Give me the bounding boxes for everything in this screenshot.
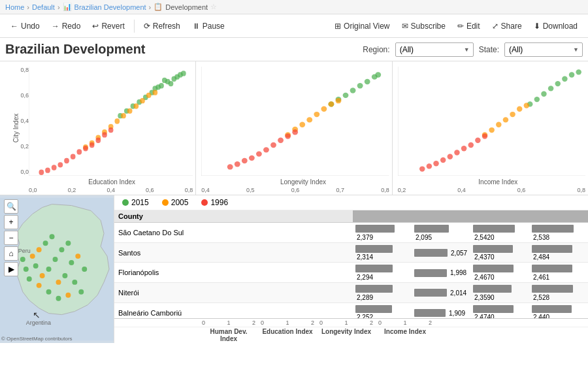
svg-point-52	[307, 117, 313, 122]
legend-label-2015: 2015	[131, 198, 149, 207]
svg-point-58	[278, 138, 284, 143]
region-label: Region:	[363, 45, 389, 54]
svg-point-115	[65, 293, 71, 298]
table-scroll[interactable]: County São Caetano Do Sul 2,379	[114, 210, 588, 318]
bar-cell: 2,3590	[470, 283, 529, 303]
edit-button[interactable]: ✏ Edit	[452, 19, 485, 33]
bar-cell: 2,252	[353, 302, 412, 318]
svg-point-50	[321, 106, 327, 112]
svg-point-116	[56, 296, 61, 301]
legend-dot-2005	[162, 199, 169, 206]
revert-button[interactable]: ↩ Revert	[87, 19, 129, 33]
map-section[interactable]: 🔍 + − ⌂ ▶	[0, 195, 114, 343]
bar-cell: 2,379	[353, 223, 412, 243]
svg-point-34	[39, 170, 44, 175]
x-axis-label-education: Education Index	[88, 178, 135, 186]
svg-point-80	[502, 117, 508, 122]
bar-cell: 1,998	[412, 263, 470, 283]
svg-point-98	[59, 247, 64, 252]
breadcrumb-home[interactable]: Home	[5, 3, 24, 11]
svg-point-92	[426, 163, 432, 169]
state-select[interactable]: (All)	[504, 42, 583, 57]
table-row: Balneário Camboriú 2,252 1,909 2,4740 2,…	[114, 302, 588, 318]
breadcrumb-default[interactable]: Default	[32, 3, 55, 11]
svg-point-53	[300, 122, 306, 127]
svg-point-51	[314, 112, 320, 117]
svg-point-61	[256, 151, 262, 156]
svg-point-59	[270, 142, 276, 148]
undo-button[interactable]: ← Undo	[5, 19, 45, 33]
svg-point-18	[127, 108, 133, 114]
map-home-button[interactable]: ⌂	[4, 246, 18, 261]
svg-point-93	[419, 166, 425, 171]
share-button[interactable]: ⤢ Share	[487, 19, 527, 33]
svg-point-102	[69, 260, 74, 265]
breadcrumb-icon-table: 📋	[154, 3, 163, 11]
svg-point-112	[82, 267, 87, 272]
svg-point-78	[517, 106, 523, 112]
breadcrumb-brazilian[interactable]: Brazilian Development	[74, 3, 146, 11]
svg-point-17	[133, 103, 139, 108]
scatter-plots-row: 0,80,60,40,20,0 City Index	[0, 61, 588, 195]
svg-point-39	[108, 127, 114, 133]
svg-point-28	[76, 149, 82, 154]
breadcrumb-icon-chart: 📊	[63, 3, 72, 11]
toolbar: ← Undo → Redo ↩ Revert ⟳ Refresh ⏸ Pause…	[0, 14, 588, 38]
subscribe-button[interactable]: ✉ Subscribe	[397, 19, 451, 33]
table-container: County São Caetano Do Sul 2,379	[114, 210, 588, 318]
svg-point-73	[548, 86, 554, 91]
map-search-button[interactable]: 🔍	[4, 199, 18, 214]
download-icon: ⬇	[534, 22, 540, 31]
col2-label: Education Index	[258, 327, 317, 343]
county-cell: Florianópolis	[114, 263, 353, 283]
svg-point-32	[52, 165, 57, 170]
scatter-chart-longevity[interactable]: 0,40,50,60,70,8 Longevity Index	[196, 61, 392, 195]
svg-point-45	[350, 88, 356, 93]
scatter-chart-education[interactable]: 0,80,60,40,20,0 City Index	[0, 61, 196, 195]
svg-point-119	[27, 276, 32, 282]
col1-label: Human Dev. Index	[199, 327, 258, 343]
pause-icon: ⏸	[192, 22, 200, 31]
bar-cell: 2,5420	[470, 223, 529, 243]
county-cell: Niterói	[114, 283, 353, 303]
separator	[134, 20, 135, 33]
svg-point-16	[140, 98, 145, 103]
bar-cell: 2,057	[412, 242, 470, 263]
svg-point-30	[64, 158, 69, 163]
original-view-button[interactable]: ⊞ Original View	[329, 19, 395, 33]
axis-labels-row: Human Dev. Index Education Index Longevi…	[114, 327, 588, 343]
bar-cell: 2,4670	[470, 263, 529, 283]
map-zoom-out-button[interactable]: −	[4, 231, 18, 245]
svg-point-56	[329, 101, 335, 106]
download-button[interactable]: ⬇ Download	[529, 19, 583, 33]
map-arrow-button[interactable]: ▶	[4, 262, 18, 276]
scatter-svg-longevity	[201, 67, 389, 176]
svg-point-113	[72, 280, 77, 285]
pause-button[interactable]: ⏸ Pause	[187, 19, 230, 33]
svg-point-117	[46, 289, 52, 295]
svg-point-43	[365, 79, 370, 84]
bar-cell: 2,538	[529, 223, 588, 243]
bar-cell: 2,314	[353, 242, 412, 263]
svg-point-72	[555, 81, 561, 86]
breadcrumb-star-icon[interactable]: ☆	[210, 3, 217, 11]
scatter-chart-income[interactable]: 0,20,40,60,8 Income Index	[393, 61, 588, 195]
bar-cell: 2,095	[412, 223, 470, 243]
svg-point-4	[162, 78, 167, 83]
col3-header	[470, 210, 529, 223]
svg-point-35	[83, 146, 88, 151]
redo-button[interactable]: → Redo	[46, 19, 86, 33]
svg-point-87	[461, 146, 466, 151]
legend-dot-2015	[122, 199, 129, 206]
map-zoom-in-button[interactable]: +	[4, 215, 18, 229]
col2-header	[412, 210, 470, 223]
data-table: County São Caetano Do Sul 2,379	[114, 210, 588, 318]
refresh-button[interactable]: ⟳ Refresh	[139, 19, 186, 33]
svg-point-91	[433, 161, 439, 166]
svg-point-37	[95, 138, 101, 143]
region-select[interactable]: (All)	[395, 42, 474, 57]
bar-cell: 2,440	[529, 302, 588, 318]
col1-header	[353, 210, 412, 223]
svg-point-109	[37, 247, 42, 252]
svg-point-33	[45, 167, 50, 172]
